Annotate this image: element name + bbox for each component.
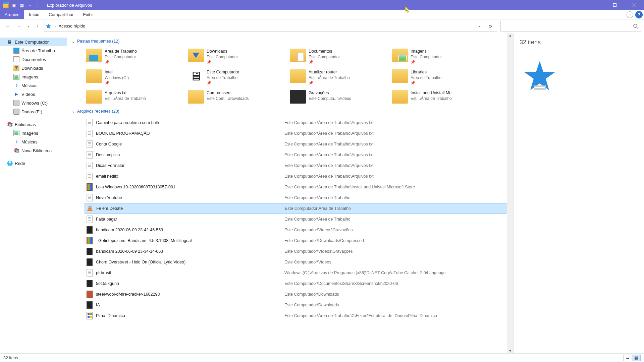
recent-file-row[interactable]: Chord Overstreet - Hold On (Official Lyr… xyxy=(85,257,506,267)
recent-file-row[interactable]: steel-wool-of-fire-cracker-1662298Este C… xyxy=(85,289,506,300)
file-path: Este Computador\Vídeos\Gravações xyxy=(284,249,504,254)
image-icon xyxy=(13,74,19,80)
qat-properties-icon[interactable]: ▣ xyxy=(10,1,17,9)
qat-separator: | xyxy=(34,1,42,9)
recent-file-row[interactable]: IAEste Computador\Downloads xyxy=(85,300,506,310)
folder-item[interactable]: Área de TrabalhoEste Computador📌 xyxy=(85,47,182,66)
tree-lib-new[interactable]: Nova Biblioteca xyxy=(0,146,67,155)
recent-file-row[interactable]: bandicam 2020-06-09 23-34-14-663Este Com… xyxy=(85,246,506,257)
group-label: Pastas frequentes (12) xyxy=(77,39,119,44)
folder-name: Atualizar router xyxy=(309,69,350,75)
tab-inicio[interactable]: Início xyxy=(24,10,44,19)
folder-item[interactable]: ImagensEste Computador📌 xyxy=(390,47,488,66)
breadcrumb-segment[interactable]: Acesso rápido xyxy=(59,24,85,28)
minimize-button[interactable] xyxy=(586,0,605,10)
group-recent-files[interactable]: ⌄ Arquivos recentes (20) xyxy=(71,108,506,115)
tree-this-pc[interactable]: Este Computador xyxy=(0,38,67,46)
file-path: Este Computador\Downloads\Compressed xyxy=(284,238,504,243)
help-icon[interactable]: ? xyxy=(635,11,643,18)
recent-file-row[interactable]: 5o155kgunnEste Computador\Documentos\Sha… xyxy=(85,278,506,289)
recent-file-row[interactable]: bandicam 2020-06-09 23-42-46-559Este Com… xyxy=(85,225,506,235)
scroll-down-icon[interactable]: ▼ xyxy=(508,349,512,353)
tree-drive-e[interactable]: Dados (E:) xyxy=(0,107,67,116)
folder-item[interactable]: Arquivos txtEst...\Área de Trabalho xyxy=(85,89,182,105)
tree-downloads[interactable]: Downloads xyxy=(0,64,67,72)
folder-item[interactable]: LibrariesÁrea de Trabalho📌 xyxy=(390,68,488,87)
navigation-tree[interactable]: Este Computador Área de Trabalho Documen… xyxy=(0,33,67,353)
folder-item[interactable]: Install and Unistall Mi...Est...\Área de… xyxy=(390,89,488,105)
folder-item[interactable]: Atualizar routerEst...\Área de Trabalho📌 xyxy=(288,68,386,87)
tree-videos[interactable]: Vídeos xyxy=(0,90,67,99)
recent-file-row[interactable]: Conta GoogleEste Computador\Área de Trab… xyxy=(85,139,506,149)
nav-up-button[interactable]: ↑ xyxy=(32,21,42,31)
folder-sublabel: Área de Trabalho xyxy=(411,75,441,80)
tree-lib-music[interactable]: Músicas xyxy=(0,137,67,146)
qat-newfolder-icon[interactable]: ▦ xyxy=(18,1,25,9)
address-bar[interactable]: › Acesso rápido ▾ ⟳ xyxy=(44,21,497,32)
view-tiles-button[interactable]: ▦ xyxy=(632,355,641,361)
group-label: Arquivos recentes (20) xyxy=(77,109,119,114)
app-icon[interactable] xyxy=(2,1,9,9)
folder-item[interactable]: CompressedEste Com...\Downloads xyxy=(186,89,284,105)
tree-drive-c[interactable]: Windows (C:) xyxy=(0,99,67,107)
folder-item[interactable]: GravaçõesEste Computa...\Vídeos xyxy=(288,89,386,105)
breadcrumb-chevron-icon[interactable]: › xyxy=(53,24,57,28)
recent-file-row[interactable]: Dicas FormatarEste Computador\Área de Tr… xyxy=(85,160,506,171)
address-dropdown-icon[interactable]: ▾ xyxy=(475,21,485,31)
tab-arquivo[interactable]: Arquivo xyxy=(0,10,24,19)
navigation-bar: ← → ▾ ↑ › Acesso rápido ▾ ⟳ xyxy=(0,19,644,33)
qat-dropdown-icon[interactable]: ▾ xyxy=(26,1,34,9)
document-icon xyxy=(13,56,19,62)
refresh-button[interactable]: ⟳ xyxy=(485,21,495,31)
file-path: Este Computador\Área de Trabalho\Arquivo… xyxy=(284,174,504,179)
recent-file-row[interactable]: Caminho para problema com brilhEste Comp… xyxy=(85,117,506,128)
window-title: Explorador de Arquivos xyxy=(44,3,92,8)
vertical-scrollbar[interactable]: ▲ ▼ xyxy=(507,33,513,353)
close-button[interactable] xyxy=(625,0,644,10)
recent-file-row[interactable]: Pilha_DinamicaEste Computador\Área de Tr… xyxy=(85,310,506,321)
tree-desktop[interactable]: Área de Trabalho xyxy=(0,46,67,55)
recent-file-row[interactable]: BOOK DE PROGRAMAÇÃOEste Computador\Área … xyxy=(85,128,506,139)
file-name: Loja Windows 10-20200608T031805Z-001 xyxy=(96,185,281,189)
tree-lib-images[interactable]: Imagens xyxy=(0,129,67,137)
recent-file-row[interactable]: Fé em DebateEste Computador\Área de Trab… xyxy=(85,203,506,214)
tree-images[interactable]: Imagens xyxy=(0,72,67,81)
recent-file-row[interactable]: DescomplicaEste Computador\Área de Traba… xyxy=(85,149,506,160)
nav-back-button[interactable]: ← xyxy=(3,21,13,31)
view-details-button[interactable]: ≣ xyxy=(623,355,632,361)
group-frequent-folders[interactable]: ⌄ Pastas frequentes (12) xyxy=(71,38,506,45)
tab-compartilhar[interactable]: Compartilhar xyxy=(44,10,78,19)
recent-file-row[interactable]: Falta pagarEste Computador\Área de Traba… xyxy=(85,214,506,225)
file-path: Este Computador\Área de Trabalho xyxy=(284,195,504,200)
scroll-up-icon[interactable]: ▲ xyxy=(508,34,512,37)
tree-documents[interactable]: Documentos xyxy=(0,55,67,64)
search-input[interactable] xyxy=(500,21,641,32)
recent-file-row[interactable]: ptrbrasilWindows (C:)\Arquivos de Progra… xyxy=(85,267,506,278)
folder-item[interactable]: IntelWindows (C:)📌 xyxy=(85,68,182,87)
ribbon-collapse-icon[interactable] xyxy=(627,11,633,18)
file-icon xyxy=(87,194,93,201)
folder-item[interactable]: Este ComputadorÁrea de Trabalho📌 xyxy=(186,68,284,87)
recent-file-row[interactable]: Novo YoutubeEste Computador\Área de Trab… xyxy=(85,192,506,203)
recent-file-row[interactable]: _Getintopc.com_Bandicam_4.5.3.1608_Multi… xyxy=(85,235,506,246)
pin-icon: 📌 xyxy=(105,80,129,85)
folder-sublabel: Este Computador xyxy=(411,54,442,60)
tree-libraries[interactable]: Bibliotecas xyxy=(0,120,67,129)
tree-music[interactable]: Músicas xyxy=(0,81,67,90)
tree-network[interactable]: Rede xyxy=(0,159,67,168)
nav-forward-button[interactable]: → xyxy=(14,21,24,31)
file-name: Fé em Debate xyxy=(96,206,281,211)
recent-file-row[interactable]: email netflixEste Computador\Área de Tra… xyxy=(85,171,506,182)
recent-file-row[interactable]: Loja Windows 10-20200608T031805Z-001Este… xyxy=(85,182,506,192)
nav-recent-dropdown[interactable]: ▾ xyxy=(25,21,31,31)
tree-label: Imagens xyxy=(21,74,38,79)
library-icon xyxy=(13,147,19,154)
tab-exibir[interactable]: Exibir xyxy=(78,10,99,19)
folder-item[interactable]: DownloadsEste Computador📌 xyxy=(186,47,284,66)
folder-item[interactable]: DocumentosEste Computador📌 xyxy=(288,47,386,66)
file-path: Este Computador\Área de Trabalho\Arquivo… xyxy=(284,163,504,168)
maximize-button[interactable] xyxy=(605,0,625,10)
file-icon xyxy=(87,237,93,244)
status-bar: 32 itens ≣ ▦ xyxy=(0,353,644,362)
folder-icon xyxy=(290,69,306,83)
